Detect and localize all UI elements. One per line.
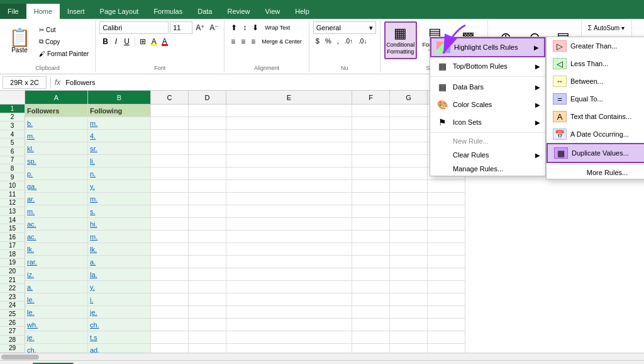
- cell-B15[interactable]: y.: [88, 281, 151, 293]
- row-num-11[interactable]: 11: [0, 190, 25, 199]
- cell-A18[interactable]: wh.: [25, 319, 88, 331]
- cell-D13[interactable]: [189, 256, 226, 268]
- cell-C11[interactable]: [151, 230, 189, 243]
- col-header-D[interactable]: D: [189, 91, 226, 105]
- cell-B5[interactable]: li.: [88, 155, 151, 168]
- cell-F14[interactable]: [352, 268, 390, 281]
- row-num-13[interactable]: 13: [0, 207, 25, 216]
- cell-E19[interactable]: [226, 331, 352, 344]
- cell-B12[interactable]: lk.: [88, 243, 151, 256]
- cell-B17[interactable]: je.: [88, 306, 151, 319]
- cell-G17[interactable]: [390, 306, 428, 319]
- cell-A14[interactable]: iz.: [25, 268, 88, 281]
- cell-H10[interactable]: [428, 218, 465, 230]
- row-num-25[interactable]: 25: [0, 310, 25, 319]
- row-num-24[interactable]: 24: [0, 302, 25, 310]
- cell-H17[interactable]: [428, 306, 465, 319]
- cell-A13[interactable]: rar.: [25, 256, 88, 268]
- cell-D6[interactable]: [189, 168, 226, 180]
- cell-C14[interactable]: [151, 268, 189, 281]
- submenu-item-text-contains[interactable]: A Text that Contains...: [547, 108, 644, 125]
- tab-home[interactable]: Home: [26, 4, 60, 19]
- menu-item-manage-rules[interactable]: Manage Rules...: [430, 162, 545, 176]
- cell-B19[interactable]: t.s: [88, 331, 151, 344]
- cell-D12[interactable]: [189, 243, 226, 256]
- number-format-box[interactable]: General ▾: [313, 21, 376, 34]
- align-bottom-button[interactable]: ⬇: [250, 21, 261, 34]
- cell-F13[interactable]: [352, 256, 390, 268]
- cell-B11[interactable]: m.: [88, 230, 151, 243]
- row-num-29[interactable]: 29: [0, 344, 25, 353]
- submenu-footer-more-rules[interactable]: More Rules...: [547, 166, 644, 179]
- cell-H7[interactable]: [428, 180, 465, 193]
- cell-B10[interactable]: hi.: [88, 218, 151, 230]
- align-left-button[interactable]: ≡: [228, 35, 238, 48]
- cell-C12[interactable]: [151, 243, 189, 256]
- cell-C9[interactable]: [151, 205, 189, 218]
- merge-center-button[interactable]: Merge & Center: [258, 35, 305, 48]
- row-num-20[interactable]: 20: [0, 267, 25, 276]
- cell-E2[interactable]: [226, 117, 352, 130]
- tab-file[interactable]: File: [0, 4, 26, 19]
- col-header-B[interactable]: B: [88, 91, 151, 105]
- cell-G11[interactable]: [390, 230, 428, 243]
- cell-H14[interactable]: [428, 268, 465, 281]
- row-num-18[interactable]: 18: [0, 250, 25, 259]
- cell-G19[interactable]: [390, 331, 428, 344]
- menu-item-color-scales[interactable]: 🎨 Color Scales ▶: [430, 96, 545, 113]
- horizontal-scrollbar[interactable]: [0, 353, 644, 360]
- cell-F20[interactable]: [352, 344, 390, 353]
- align-center-button[interactable]: ≡: [238, 35, 248, 48]
- cell-A1[interactable]: Followers: [25, 105, 88, 117]
- cell-E16[interactable]: [226, 293, 352, 306]
- currency-button[interactable]: $: [313, 35, 322, 47]
- row-num-4[interactable]: 4: [0, 130, 25, 139]
- align-top-button[interactable]: ⬆: [228, 21, 240, 34]
- cell-G13[interactable]: [390, 256, 428, 268]
- increase-decimal-button[interactable]: .0↑: [342, 35, 355, 47]
- copy-button[interactable]: ⧉ Copy: [36, 36, 91, 47]
- increase-font-button[interactable]: A⁺: [194, 23, 206, 33]
- cell-A7[interactable]: ga.: [25, 180, 88, 193]
- cell-D11[interactable]: [189, 230, 226, 243]
- cell-B8[interactable]: m.: [88, 193, 151, 205]
- cell-E17[interactable]: [226, 306, 352, 319]
- cell-A19[interactable]: je.: [25, 331, 88, 344]
- row-num-21[interactable]: 21: [0, 276, 25, 285]
- cell-C10[interactable]: [151, 218, 189, 230]
- menu-item-icon-sets[interactable]: ⚑ Icon Sets ▶: [430, 113, 545, 131]
- menu-item-highlight-cells[interactable]: Highlight Cells Rules ▶: [430, 37, 545, 57]
- cell-E4[interactable]: [226, 142, 352, 155]
- cell-C16[interactable]: [151, 293, 189, 306]
- cell-B1[interactable]: Following: [88, 105, 151, 117]
- cell-E11[interactable]: [226, 230, 352, 243]
- cell-F19[interactable]: [352, 331, 390, 344]
- cell-C6[interactable]: [151, 168, 189, 180]
- cell-D8[interactable]: [189, 193, 226, 205]
- font-size-input[interactable]: [170, 21, 192, 34]
- cell-F5[interactable]: [352, 155, 390, 168]
- cell-G6[interactable]: [390, 168, 428, 180]
- row-num-12[interactable]: 12: [0, 199, 25, 208]
- menu-item-new-rule[interactable]: New Rule...: [430, 134, 545, 148]
- row-num-17[interactable]: 17: [0, 242, 25, 251]
- cell-E20[interactable]: [226, 344, 352, 353]
- cell-D5[interactable]: [189, 155, 226, 168]
- cell-C5[interactable]: [151, 155, 189, 168]
- cell-B18[interactable]: ch.: [88, 319, 151, 331]
- cell-F7[interactable]: [352, 180, 390, 193]
- cell-G8[interactable]: [390, 193, 428, 205]
- cell-F1[interactable]: [352, 105, 390, 117]
- row-num-23[interactable]: 23: [0, 293, 25, 302]
- decrease-font-button[interactable]: A⁻: [208, 23, 220, 33]
- row-num-8[interactable]: 8: [0, 164, 25, 173]
- cell-reference-box[interactable]: [3, 76, 47, 89]
- row-num-27[interactable]: 27: [0, 327, 25, 336]
- tab-page-layout[interactable]: Page Layout: [92, 4, 147, 19]
- cell-G4[interactable]: [390, 142, 428, 155]
- cell-D7[interactable]: [189, 180, 226, 193]
- add-sheet-button[interactable]: +: [75, 361, 91, 365]
- cell-H12[interactable]: [428, 243, 465, 256]
- cell-F12[interactable]: [352, 243, 390, 256]
- tab-data[interactable]: Data: [190, 4, 219, 19]
